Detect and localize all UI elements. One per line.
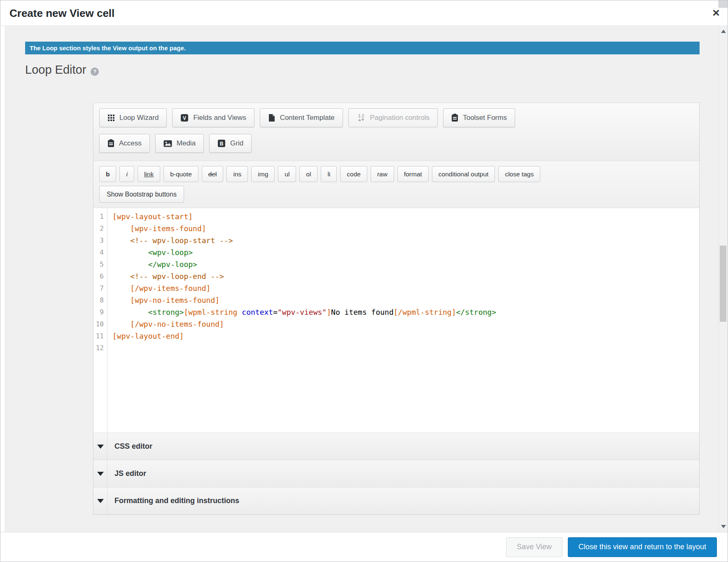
modal-title: Create new View cell <box>9 0 114 26</box>
scroll-up-button[interactable] <box>719 26 728 37</box>
quicktag-b[interactable]: b <box>99 166 116 182</box>
line-number: 7 <box>93 282 104 294</box>
code-line: </wpv-loop> <box>112 258 699 270</box>
svg-text:1 2: 1 2 <box>358 114 364 118</box>
toolbar-row-2: Access Media B Grid <box>99 134 693 153</box>
line-number: 11 <box>93 330 104 342</box>
chevron-down-icon <box>97 472 104 476</box>
code-line: [/wpv-no-items-found] <box>112 318 699 330</box>
loop-editor-heading: Loop Editor ? <box>25 63 99 77</box>
formatting-instructions-toggle[interactable] <box>93 487 107 514</box>
fields-and-views-label: Fields and Views <box>193 114 246 122</box>
code-line: [wpv-no-items-found] <box>112 294 699 306</box>
code-line: [wpv-items-found] <box>112 222 699 234</box>
scrollbar-thumb[interactable] <box>720 246 726 322</box>
svg-text:V: V <box>183 115 186 121</box>
close-view-button[interactable]: Close this view and return to the layout <box>568 537 717 557</box>
grid-label: Grid <box>230 139 243 148</box>
line-number: 3 <box>93 234 104 246</box>
css-editor-toggle[interactable] <box>93 433 107 460</box>
line-number: 6 <box>93 270 104 282</box>
quicktag-i[interactable]: i <box>119 166 134 182</box>
line-number: 10 <box>93 318 104 330</box>
quicktag-link[interactable]: link <box>138 166 160 182</box>
section-formatting-instructions[interactable]: Formatting and editing instructions <box>93 487 699 514</box>
line-number: 5 <box>93 258 104 270</box>
css-editor-label: CSS editor <box>107 433 152 460</box>
media-button[interactable]: Media <box>155 134 204 153</box>
notice-text: The Loop section styles the View output … <box>25 42 700 54</box>
help-icon[interactable]: ? <box>91 68 99 76</box>
modal-body: The Loop section styles the View output … <box>5 26 719 532</box>
access-button[interactable]: Access <box>99 134 150 153</box>
pagination-icon: 1 2 <box>357 114 366 122</box>
scroll-down-button[interactable] <box>719 521 728 532</box>
bootstrap-icon: B <box>217 139 226 148</box>
js-editor-label: JS editor <box>107 460 146 487</box>
code-line: [wpv-layout-start] <box>112 211 699 222</box>
quicktag-format[interactable]: format <box>397 166 429 182</box>
formatting-instructions-label: Formatting and editing instructions <box>107 487 239 514</box>
chevron-down-icon <box>97 499 104 503</box>
loop-wizard-button[interactable]: Loop Wizard <box>99 108 167 127</box>
content-template-label: Content Template <box>280 114 335 122</box>
toolset-v-icon: V <box>180 114 189 122</box>
quicktag-ul[interactable]: ul <box>278 166 296 182</box>
create-view-cell-modal: Create new View cell × The Loop section … <box>0 0 728 562</box>
arrow-down-icon <box>721 525 726 528</box>
quicktags-area: bilinkb-quotedelinsimgulollicoderawforma… <box>93 161 699 208</box>
editor-toolbar: Loop Wizard V Fields and Views Content T… <box>93 103 699 161</box>
section-css-editor[interactable]: CSS editor <box>93 433 699 460</box>
quicktag-raw[interactable]: raw <box>371 166 394 182</box>
content-template-button[interactable]: Content Template <box>260 108 343 127</box>
quicktag-ins[interactable]: ins <box>226 166 248 182</box>
content-template-icon <box>268 114 275 122</box>
line-number: 1 <box>93 211 104 222</box>
page-scrollbar-fragment <box>719 0 728 8</box>
fields-and-views-button[interactable]: V Fields and Views <box>172 108 254 127</box>
vertical-scrollbar[interactable] <box>719 26 728 532</box>
line-number: 2 <box>93 222 104 234</box>
pagination-controls-button[interactable]: 1 2 Pagination controls <box>348 108 438 127</box>
toolbar-row-1: Loop Wizard V Fields and Views Content T… <box>99 108 693 127</box>
code-editor[interactable]: 123456789101112 [wpv-layout-start] [wpv-… <box>93 208 699 433</box>
quicktag-code[interactable]: code <box>340 166 367 182</box>
arrow-up-icon <box>721 30 726 33</box>
line-number: 12 <box>93 342 104 354</box>
loop-wizard-label: Loop Wizard <box>119 114 159 122</box>
quicktag-li[interactable]: li <box>321 166 337 182</box>
line-number: 9 <box>93 306 104 318</box>
modal-header: Create new View cell × <box>0 0 728 26</box>
loop-editor-title: Loop Editor <box>25 63 86 77</box>
grid-dots-icon <box>107 114 115 122</box>
line-numbers: 123456789101112 <box>93 208 107 433</box>
svg-text:B: B <box>220 141 224 147</box>
show-bootstrap-buttons[interactable]: Show Bootstrap buttons <box>99 186 184 203</box>
code-line: <strong>[wpml-string context="wpv-views"… <box>112 306 699 318</box>
code-line: [/wpv-items-found] <box>112 282 699 294</box>
quicktag-b-quote[interactable]: b-quote <box>163 166 198 182</box>
section-js-editor[interactable]: JS editor <box>93 460 699 487</box>
code-line: <wpv-loop> <box>112 246 699 258</box>
code-line: <!-- wpv-loop-end --> <box>112 270 699 282</box>
bootstrap-toggle-row: Show Bootstrap buttons <box>99 186 693 203</box>
clipboard-icon <box>451 114 458 122</box>
quicktag-img[interactable]: img <box>251 166 275 182</box>
media-icon <box>163 140 172 147</box>
media-label: Media <box>177 139 196 148</box>
save-view-button[interactable]: Save View <box>506 537 562 557</box>
chevron-down-icon <box>97 445 104 449</box>
code-line: <!-- wpv-loop-start --> <box>112 234 699 246</box>
toolset-forms-button[interactable]: Toolset Forms <box>443 108 515 127</box>
quicktag-close-tags[interactable]: close tags <box>498 166 540 182</box>
pagination-controls-label: Pagination controls <box>370 114 430 122</box>
quicktag-conditional-output[interactable]: conditional output <box>432 166 495 182</box>
clipboard-icon <box>107 139 114 148</box>
quicktag-del[interactable]: del <box>202 166 224 182</box>
loop-section-notice: The Loop section styles the View output … <box>25 42 700 54</box>
quicktag-ol[interactable]: ol <box>299 166 317 182</box>
js-editor-toggle[interactable] <box>93 460 107 487</box>
grid-button[interactable]: B Grid <box>209 134 252 153</box>
code-content: [wpv-layout-start] [wpv-items-found] <!-… <box>107 208 699 433</box>
quicktag-row: bilinkb-quotedelinsimgulollicoderawforma… <box>99 166 693 182</box>
